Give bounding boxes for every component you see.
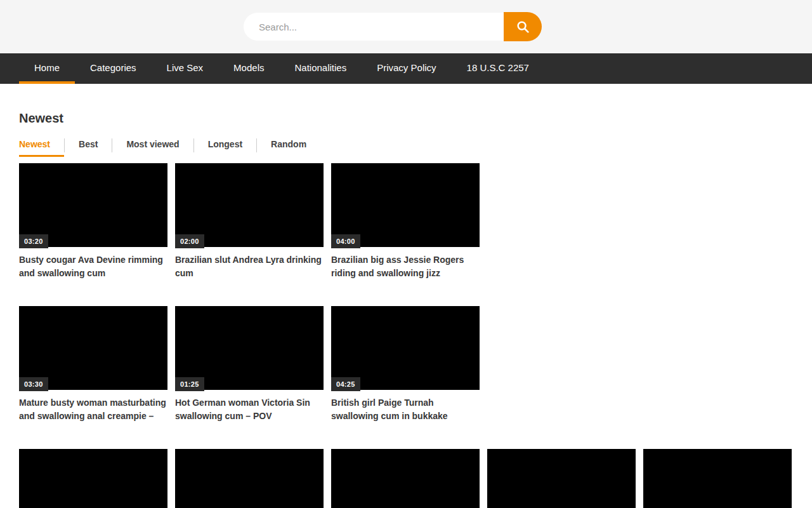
video-thumbnail[interactable] [331, 449, 480, 508]
tab-longest[interactable]: Longest [194, 137, 256, 157]
nav-item-2257[interactable]: 18 U.S.C 2257 [452, 53, 544, 84]
video-card: 04:00 Brazilian big ass Jessie Rogers ri… [331, 163, 480, 280]
video-thumbnail[interactable] [19, 449, 167, 508]
video-card: 03:20 Busty cougar Ava Devine rimming an… [19, 163, 167, 280]
duration-badge: 04:25 [331, 377, 360, 391]
duration-badge: 03:30 [19, 377, 48, 391]
search-input[interactable] [244, 13, 504, 41]
video-card [643, 449, 792, 508]
video-row [19, 449, 793, 508]
video-card: 01:25 Hot German woman Victoria Sin swal… [175, 306, 324, 423]
video-thumbnail[interactable]: 03:30 [19, 306, 167, 390]
video-thumbnail[interactable] [175, 449, 324, 508]
video-title-link[interactable]: Busty cougar Ava Devine rimming and swal… [19, 253, 167, 280]
main-content: Newest Newest Best Most viewed Longest R… [0, 111, 812, 508]
video-card [331, 449, 480, 508]
video-thumbnail[interactable]: 04:25 [331, 306, 480, 390]
video-title-link[interactable]: British girl Paige Turnah swallowing cum… [331, 396, 480, 423]
tab-most-viewed[interactable]: Most viewed [112, 137, 193, 157]
nav-item-categories[interactable]: Categories [75, 53, 152, 84]
video-thumbnail[interactable]: 01:25 [175, 306, 324, 390]
duration-badge: 04:00 [331, 234, 360, 248]
tab-best[interactable]: Best [65, 137, 112, 157]
video-title-link[interactable]: Brazilian big ass Jessie Rogers riding a… [331, 253, 480, 280]
video-row: 03:20 Busty cougar Ava Devine rimming an… [19, 163, 793, 280]
video-card [175, 449, 324, 508]
video-card [19, 449, 167, 508]
page-title: Newest [19, 111, 793, 126]
duration-badge: 02:00 [175, 234, 204, 248]
video-thumbnail[interactable] [643, 449, 792, 508]
nav-item-live-sex[interactable]: Live Sex [152, 53, 219, 84]
duration-badge: 03:20 [19, 234, 48, 248]
video-thumbnail[interactable]: 02:00 [175, 163, 324, 247]
video-title-link[interactable]: Brazilian slut Andrea Lyra drinking cum [175, 253, 324, 280]
main-nav: Home Categories Live Sex Models National… [0, 53, 812, 84]
video-title-link[interactable]: Hot German woman Victoria Sin swallowing… [175, 396, 324, 423]
video-card: 02:00 Brazilian slut Andrea Lyra drinkin… [175, 163, 324, 280]
magnifier-icon [516, 20, 530, 34]
tab-random[interactable]: Random [257, 137, 320, 157]
search-button[interactable] [504, 12, 542, 41]
video-card [487, 449, 636, 508]
video-thumbnail[interactable] [487, 449, 636, 508]
tab-newest[interactable]: Newest [19, 137, 64, 157]
nav-item-privacy-policy[interactable]: Privacy Policy [362, 53, 451, 84]
video-card: 03:30 Mature busty woman masturbating an… [19, 306, 167, 423]
video-thumbnail[interactable]: 04:00 [331, 163, 480, 247]
nav-item-models[interactable]: Models [218, 53, 279, 84]
top-bar [0, 0, 812, 53]
video-title-link[interactable]: Mature busty woman masturbating and swal… [19, 396, 167, 423]
video-row: 03:30 Mature busty woman masturbating an… [19, 306, 793, 423]
nav-item-nationalities[interactable]: Nationalities [279, 53, 362, 84]
video-card: 04:25 British girl Paige Turnah swallowi… [331, 306, 480, 423]
sort-tabs: Newest Best Most viewed Longest Random [19, 137, 793, 157]
duration-badge: 01:25 [175, 377, 204, 391]
video-thumbnail[interactable]: 03:20 [19, 163, 167, 247]
search-form [244, 12, 542, 41]
nav-item-home[interactable]: Home [19, 53, 75, 84]
